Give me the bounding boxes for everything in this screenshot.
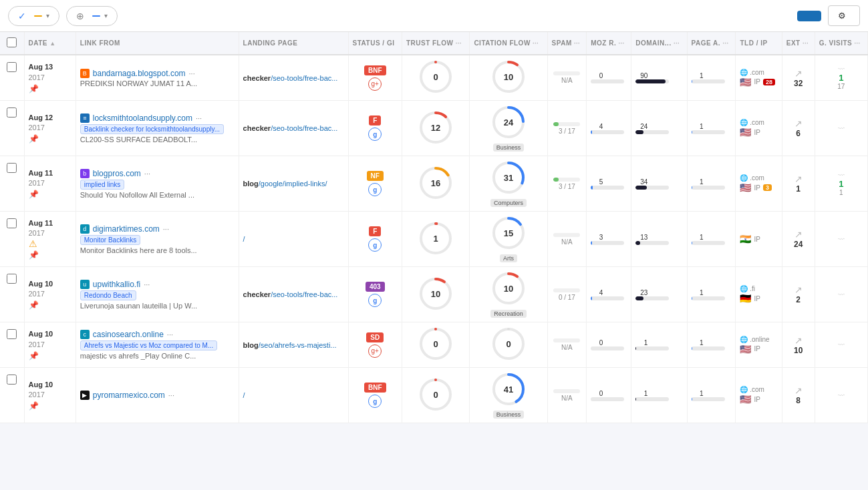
moz-bar-fill [591,186,593,190]
domain-name[interactable]: pyromarmexico.com [93,391,165,400]
landing-path-rest[interactable]: /seo-tools/free-bac... [271,290,337,298]
row-checkbox[interactable] [7,274,17,284]
pagea-num: 1 [692,289,704,296]
external-link-icon: ↗ [786,385,811,396]
gauge-svg: 0 [418,377,453,412]
row-checkbox[interactable] [7,62,17,72]
year-text: 2017 [29,391,45,399]
landing-path-rest[interactable]: / [243,235,245,243]
favicon: B [80,69,90,78]
row-checkbox[interactable] [7,107,17,117]
favicon: ▶ [80,391,90,400]
domain-name[interactable]: upwithkallio.fi [93,280,140,289]
spam-cell: 3 / 17 [547,101,587,156]
domain-score-cell: 90 [631,55,687,101]
external-link-icon: ↗ [786,284,811,295]
row-checkbox[interactable] [7,375,17,385]
svg-text:15: 15 [504,228,513,238]
citation-flow-header[interactable]: CITATION FLOW ··· [470,32,547,55]
domain-num: 90 [635,72,647,79]
with-all-button[interactable]: ⊕ ▾ [66,6,118,26]
spam-bar-wrap [553,338,580,342]
spam-bar-wrap [553,71,580,75]
chevron-down-icon: ▾ [46,12,49,19]
gvisits-header[interactable]: G. VISITS ··· [815,32,867,55]
moz-bar [591,296,624,300]
filters-button[interactable]: ⚙ [828,5,860,26]
link-from-header[interactable]: LINK FROM [76,32,239,55]
status-cell: BNFg+ [348,55,402,101]
ext-cell: ↗6 [782,101,815,156]
row-checkbox[interactable] [7,218,17,228]
spam-header[interactable]: SPAM ··· [547,32,587,55]
moz-num: 4 [591,123,603,130]
cf-svg: 24 [491,105,526,140]
domain-header[interactable]: DOMAIN... ··· [631,32,687,55]
spam-bar-wrap [553,288,580,292]
status-gi-header[interactable]: STATUS / GI [348,32,402,55]
sparkline-icon: 〰 [819,172,863,179]
select-all-header[interactable] [0,32,24,55]
tld-ip-cell: 🇮🇳 IP [736,212,782,267]
domain-name[interactable]: digimarktimes.com [93,224,160,234]
domain-name[interactable]: bandarnaga.blogspot.com [93,69,186,78]
trust-flow-header[interactable]: TRUST FLOW ··· [402,32,469,55]
moz-r-cell: 0 [587,55,631,101]
flag-icon: 🇮🇳 [740,234,751,244]
snippet-text: Monitor Backlinks here are 8 tools... [80,246,234,254]
pin-icon: 📌 [29,84,71,93]
domain-name[interactable]: casinosearch.online [93,330,164,339]
landing-path-rest[interactable]: /google/implied-links/ [259,180,327,188]
tld-ip-cell: 🌐 .com🇺🇸 IP 3 [736,156,782,212]
pagea-num: 1 [692,123,704,130]
moz-num: 0 [591,339,603,346]
sort-icon-tf: ··· [456,40,462,47]
row-checkbox[interactable] [7,163,17,173]
year-text: 2017 [29,179,45,187]
google-plus-icon: g+ [368,344,382,358]
svg-text:0: 0 [434,72,438,82]
with-selected-button[interactable]: ✓ ▾ [8,6,59,26]
date-header[interactable]: DATE ▲ [24,32,76,55]
domain-name[interactable]: blogpros.com [93,169,141,178]
landing-path-rest[interactable]: / [243,391,245,399]
domain-bar-fill [635,296,643,300]
domain-name[interactable]: locksmithtoolandsupply.com [93,113,192,123]
google-icon: g [368,183,382,196]
landing-page-header[interactable]: LANDING PAGE [239,32,348,55]
landing-path-rest[interactable]: /seo/ahrefs-vs-majesti... [259,341,337,349]
status-cell: NFg [348,156,402,212]
row-checkbox[interactable] [7,329,17,339]
pin-icon: 📌 [29,351,71,360]
tld-ip-header[interactable]: TLD / IP [736,32,782,55]
spam-cell: N/A [547,55,587,101]
landing-path-rest[interactable]: /seo-tools/free-bac... [271,124,337,132]
moz-bar [591,241,624,245]
status-badge: BNF [364,383,386,393]
moz-r-header[interactable]: MOZ R. ··· [587,32,631,55]
select-all-checkbox[interactable] [7,37,17,47]
warning-icon: ⚠ [29,238,37,249]
sort-icon-spam: ··· [574,40,580,47]
page-a-header[interactable]: PAGE A. ··· [687,32,736,55]
landing-page-cell: / [239,368,348,423]
ext-header[interactable]: EXT ··· [782,32,815,55]
domain-bar-fill [635,241,640,245]
date-cell: Aug 102017📌 [24,368,76,423]
sort-icon: ▲ [49,40,55,47]
domain-score-cell: 1 [631,322,687,368]
add-backlinks-button[interactable] [797,11,821,21]
trust-flow-cell: 0 [402,368,469,423]
pin-icon: 📌 [29,401,71,411]
status-cell: Fg [348,101,402,156]
table-row: Aug 102017📌ccasinosearch.online···Ahrefs… [0,322,868,368]
landing-path-rest[interactable]: /seo-tools/free-bac... [271,74,337,82]
moz-bar [591,79,624,83]
date-cell: Aug 102017📌 [24,267,76,322]
status-cell: 403g [348,267,402,322]
sparkline-icon: 〰 [819,341,863,348]
snippet-text: Liverunoja saunan lauteilla | Up W... [80,302,234,310]
pagea-bar-fill [692,397,692,401]
ext-value: 24 [786,240,811,249]
spam-bar [553,178,558,182]
